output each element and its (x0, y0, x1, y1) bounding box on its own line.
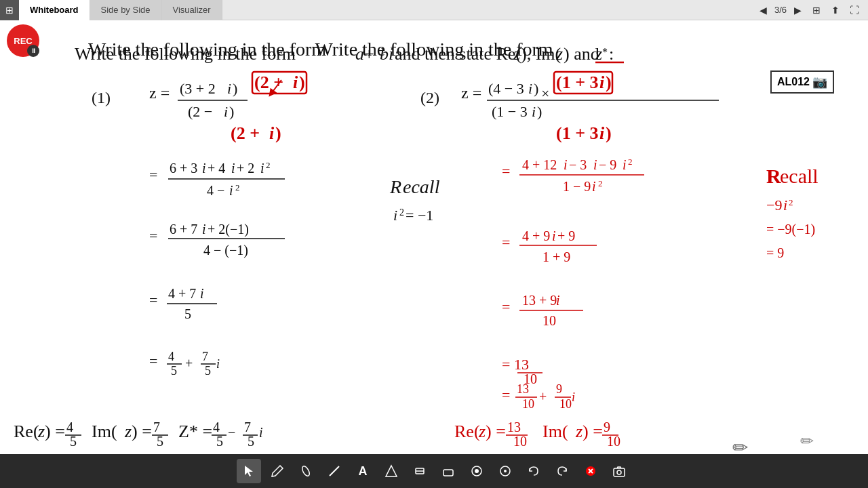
tab-visualizer[interactable]: Visualizer (162, 0, 222, 20)
svg-text:4 −: 4 − (207, 183, 224, 198)
svg-text:Re(: Re( (14, 422, 39, 441)
svg-text:= 13: = 13 (502, 356, 529, 373)
svg-text:and then state Re(: and then state Re( (395, 44, 521, 64)
color-picker-tool[interactable] (465, 459, 489, 483)
svg-text:+ 2: + 2 (237, 161, 254, 176)
svg-text:7: 7 (244, 420, 251, 434)
eraser-tool[interactable] (436, 459, 460, 483)
pencil-cursor-icon: ✏ (800, 432, 814, 451)
svg-text:i: i (216, 357, 220, 371)
svg-text:5: 5 (205, 364, 211, 378)
svg-text:(1 − 3: (1 − 3 (492, 103, 528, 120)
rec-circle[interactable]: REC ⏸ (7, 24, 39, 57)
svg-text:i: i (393, 207, 397, 224)
svg-text:Z* =: Z* = (178, 422, 212, 441)
share-icon[interactable]: ⬆ (827, 2, 844, 18)
svg-text:*: * (602, 46, 608, 58)
svg-text:5: 5 (184, 306, 191, 321)
apps-icon[interactable]: ⊞ (0, 0, 19, 20)
shape-tool[interactable] (379, 459, 403, 483)
pointer-tool[interactable] (493, 459, 517, 483)
svg-text:+: + (185, 356, 193, 371)
svg-text::: : (609, 44, 614, 64)
svg-text:Im(: Im( (542, 422, 568, 441)
svg-text:10: 10 (513, 434, 527, 449)
svg-text:=: = (502, 163, 510, 180)
svg-text:i: i (572, 390, 575, 404)
svg-text:=: = (502, 386, 510, 403)
line-tool[interactable] (322, 459, 347, 483)
svg-text:4: 4 (66, 420, 73, 434)
redo-button[interactable] (550, 459, 574, 483)
svg-text:6 + 3: 6 + 3 (170, 161, 197, 176)
svg-text:(1 + 3: (1 + 3 (556, 73, 598, 92)
svg-text:1 − 9: 1 − 9 (563, 179, 591, 194)
svg-text:z =: z = (149, 84, 170, 102)
topbar-right: ◀ 3/6 ▶ ⊞ ⬆ ⛶ (755, 2, 868, 18)
svg-text:=: = (502, 234, 510, 251)
svg-text:(2 +: (2 + (231, 123, 260, 143)
svg-text:− 3: − 3 (569, 157, 587, 172)
svg-point-175 (617, 470, 621, 474)
svg-text:✏: ✏ (732, 437, 748, 454)
svg-point-170 (504, 470, 507, 472)
svg-text:i: i (564, 157, 568, 172)
grid-icon[interactable]: ⊞ (808, 2, 825, 18)
rec-button[interactable]: REC ⏸ (7, 24, 45, 62)
svg-line-162 (330, 466, 339, 476)
svg-text:bi: bi (380, 44, 393, 64)
svg-text:i: i (259, 425, 263, 440)
svg-text:2: 2 (266, 160, 271, 170)
tab-whiteboard[interactable]: Whiteboard (19, 0, 90, 20)
svg-text:10: 10 (522, 397, 534, 411)
svg-text:i: i (593, 157, 597, 172)
select-tool[interactable] (237, 459, 261, 483)
svg-text:i: i (599, 123, 605, 143)
svg-text:4: 4 (213, 420, 220, 434)
al012-camera-icon: 📷 (812, 75, 827, 89)
svg-text:(2): (2) (420, 89, 439, 106)
svg-text:z: z (595, 44, 602, 64)
svg-text:2: 2 (789, 197, 793, 207)
svg-text:ecall: ecall (780, 165, 818, 187)
svg-text:=: = (149, 291, 157, 308)
fullscreen-icon[interactable]: ⛶ (846, 2, 863, 18)
svg-text:Write the following in the for: Write the following in the form (75, 44, 296, 64)
nav-next-button[interactable]: ▶ (789, 2, 806, 18)
svg-text:i: i (269, 123, 275, 143)
svg-text:=: = (502, 298, 510, 315)
svg-text:4 + 7: 4 + 7 (168, 286, 196, 301)
svg-text:4: 4 (168, 350, 174, 363)
svg-text:4 + 9: 4 + 9 (522, 228, 550, 243)
marker-tool[interactable] (294, 459, 318, 483)
undo-button[interactable] (521, 459, 546, 483)
pen-tool[interactable] (265, 459, 290, 483)
svg-text:i: i (528, 80, 532, 97)
nav-prev-button[interactable]: ◀ (755, 2, 772, 18)
svg-text:): ) (275, 123, 281, 143)
svg-text:9: 9 (556, 382, 562, 396)
svg-text:(2 −: (2 − (188, 103, 212, 120)
delete-button[interactable] (578, 459, 603, 483)
rec-label: REC (14, 36, 32, 46)
svg-text:) =: ) = (486, 422, 506, 441)
svg-text:): ) (229, 103, 234, 120)
svg-text:) =: ) = (583, 422, 603, 441)
svg-text:2: 2 (598, 178, 603, 188)
svg-text:z: z (37, 422, 45, 441)
svg-text:− 9: − 9 (599, 157, 616, 172)
text-tool[interactable]: A (351, 459, 375, 483)
highlighter-tool[interactable] (408, 459, 432, 483)
tab-side-by-side[interactable]: Side by Side (90, 0, 162, 20)
svg-text:= 9: = 9 (766, 245, 784, 260)
svg-text:5: 5 (171, 364, 177, 378)
rec-pause-icon[interactable]: ⏸ (27, 45, 39, 57)
svg-text:i: i (260, 161, 264, 176)
svg-text:z: z (555, 44, 563, 64)
camera-tool[interactable] (607, 459, 631, 483)
svg-text:7: 7 (153, 420, 160, 434)
svg-text:) =: ) = (132, 422, 152, 441)
svg-text:i: i (202, 222, 206, 237)
svg-text:(1): (1) (92, 89, 111, 106)
svg-text:5: 5 (70, 434, 77, 449)
